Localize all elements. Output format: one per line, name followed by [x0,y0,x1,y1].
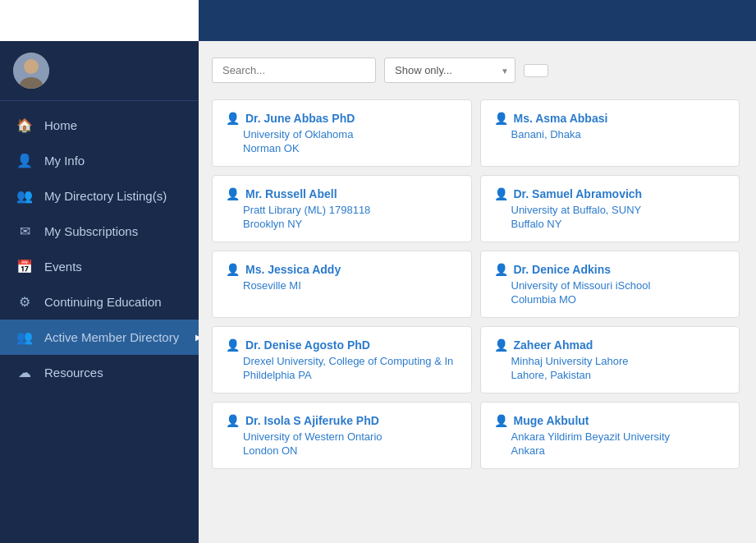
member-name-text: Zaheer Ahmad [514,338,593,352]
sidebar-item-active-member-directory[interactable]: 👥Active Member Directory▶ [0,320,199,355]
member-location: Columbia MO [511,293,726,306]
member-location: Roseville MI [243,279,458,292]
member-location: Banani, Dhaka [511,128,726,140]
member-name-text: Dr. Denice Adkins [514,263,612,276]
member-name: 👤Mr. Russell Abell [226,187,458,200]
member-name: 👤Zaheer Ahmad [494,338,726,352]
member-card[interactable]: 👤Ms. Asma AbbasiBanani, Dhaka [480,99,740,167]
active-member-directory-icon: 👥 [16,329,33,345]
member-name-text: Muge Akbulut [514,414,589,427]
active-member-directory-label: Active Member Directory [44,330,179,344]
main-content: Show only... ▼ 👤Dr. June Abbas PhDUniver… [199,0,756,543]
member-person-icon: 👤 [226,263,240,276]
member-name: 👤Dr. Samuel Abramovich [494,187,726,200]
home-icon: 🏠 [16,117,33,133]
member-location: London ON [243,444,458,457]
continuing-education-label: Continuing Education [44,295,162,309]
home-label: Home [44,118,77,132]
search-bar: Show only... ▼ [212,58,740,83]
member-location: Norman OK [243,142,458,154]
member-card[interactable]: 👤Dr. Denise Agosto PhDDrexel University,… [212,326,472,393]
member-location: Lahore, Pakistan [511,369,726,381]
sidebar-item-continuing-education[interactable]: ⚙Continuing Education [0,284,199,320]
member-card[interactable]: 👤Ms. Jessica AddyRoseville MI [212,251,472,318]
member-person-icon: 👤 [226,187,240,200]
avatar [13,53,49,89]
member-name-text: Dr. June Abbas PhD [245,112,355,125]
member-person-icon: 👤 [494,414,508,427]
my-directory-icon: 👥 [16,188,33,204]
member-card[interactable]: 👤Mr. Russell AbellPratt Library (ML) 179… [212,175,472,242]
content-area: Show only... ▼ 👤Dr. June Abbas PhDUniver… [199,41,756,543]
member-name: 👤Ms. Asma Abbasi [494,112,726,125]
svg-point-1 [24,59,39,74]
member-org: University of Western Ontario [243,430,458,443]
member-name-text: Dr. Samuel Abramovich [514,187,643,200]
member-card[interactable]: 👤Dr. Isola S Ajiferuke PhDUniversity of … [212,402,472,469]
member-name-text: Mr. Russell Abell [245,187,337,200]
sidebar-item-my-directory[interactable]: 👥My Directory Listing(s) [0,178,199,214]
sidebar-item-resources[interactable]: ☁Resources [0,355,199,390]
show-only-wrapper: Show only... ▼ [384,58,515,83]
sidebar-item-my-info[interactable]: 👤My Info [0,143,199,178]
member-location: Phildelphia PA [243,369,458,381]
member-name: 👤Dr. Isola S Ajiferuke PhD [226,414,458,427]
resources-label: Resources [44,366,103,380]
member-person-icon: 👤 [226,414,240,427]
my-subscriptions-icon: ✉ [16,223,33,239]
member-name: 👤Dr. June Abbas PhD [226,112,458,125]
member-name-text: Ms. Asma Abbasi [514,112,608,125]
resources-icon: ☁ [16,365,33,380]
sidebar: 🏠Home👤My Info👥My Directory Listing(s)✉My… [0,0,199,543]
member-name: 👤Muge Akbulut [494,414,726,427]
sidebar-item-events[interactable]: 📅Events [0,249,199,284]
member-name: 👤Ms. Jessica Addy [226,263,458,276]
member-person-icon: 👤 [226,338,240,352]
member-org: Ankara Yildirim Beyazit University [511,430,726,443]
members-grid: 👤Dr. June Abbas PhDUniversity of Oklahom… [212,99,740,469]
member-location: Buffalo NY [511,218,726,230]
events-icon: 📅 [16,259,33,274]
member-name: 👤Dr. Denise Agosto PhD [226,338,458,352]
search-input[interactable] [212,58,376,83]
member-card[interactable]: 👤Muge AkbulutAnkara Yildirim Beyazit Uni… [480,402,740,469]
member-name-text: Dr. Denise Agosto PhD [245,338,370,352]
member-name: 👤Dr. Denice Adkins [494,263,726,276]
member-location: Brooklyn NY [243,218,458,230]
my-info-label: My Info [44,154,85,168]
active-item-indicator: ▶ [192,324,199,351]
member-name-text: Ms. Jessica Addy [245,263,341,276]
member-person-icon: 👤 [494,187,508,200]
member-org: Drexel University, College of Computing … [243,355,458,367]
my-info-icon: 👤 [16,153,33,168]
member-location: Ankara [511,444,726,457]
member-name-text: Dr. Isola S Ajiferuke PhD [245,414,379,427]
member-card[interactable]: 👤Dr. June Abbas PhDUniversity of Oklahom… [212,99,472,167]
sidebar-item-my-subscriptions[interactable]: ✉My Subscriptions [0,214,199,249]
member-card[interactable]: 👤Zaheer AhmadMinhaj University LahoreLah… [480,326,740,393]
nav-menu: 🏠Home👤My Info👥My Directory Listing(s)✉My… [0,101,199,390]
continuing-education-icon: ⚙ [16,294,33,310]
member-org: University of Missouri iSchool [511,279,726,292]
customize-results-button[interactable] [524,64,548,77]
member-person-icon: 👤 [494,112,508,125]
my-subscriptions-label: My Subscriptions [44,224,138,238]
member-org: University at Buffalo, SUNY [511,204,726,216]
sidebar-item-home[interactable]: 🏠Home [0,108,199,143]
show-only-select[interactable]: Show only... [384,58,515,83]
my-directory-label: My Directory Listing(s) [44,189,167,203]
member-card[interactable]: 👤Dr. Denice AdkinsUniversity of Missouri… [480,251,740,318]
member-person-icon: 👤 [494,263,508,276]
top-bar [199,0,756,41]
member-card[interactable]: 👤Dr. Samuel AbramovichUniversity at Buff… [480,175,740,242]
member-org: Minhaj University Lahore [511,355,726,367]
member-person-icon: 👤 [226,112,240,125]
member-org: University of Oklahoma [243,128,458,140]
member-org: Pratt Library (ML) 1798118 [243,204,458,216]
member-person-icon: 👤 [494,338,508,352]
user-info-section [0,41,199,101]
logo-area [0,0,199,41]
events-label: Events [44,260,82,274]
